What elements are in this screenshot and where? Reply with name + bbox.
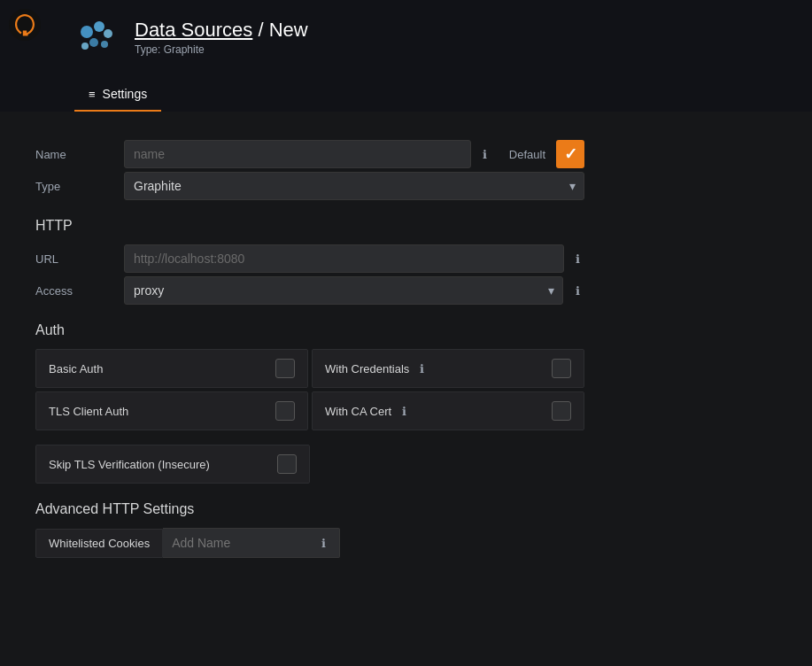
with-credentials-cell: With Credentials ℹ bbox=[312, 349, 584, 388]
grafana-logo[interactable] bbox=[9, 9, 41, 43]
add-name-input[interactable] bbox=[172, 529, 317, 557]
with-credentials-checkbox[interactable] bbox=[552, 359, 571, 378]
whitelisted-cookies-input-wrap: ℹ bbox=[163, 528, 340, 558]
tab-bar: ≡ Settings bbox=[74, 78, 791, 112]
svg-point-3 bbox=[104, 29, 112, 38]
svg-point-1 bbox=[81, 26, 93, 38]
default-section: Default ✓ bbox=[509, 140, 584, 168]
datasources-link[interactable]: Data Sources bbox=[135, 19, 252, 41]
basic-auth-cell: Basic Auth bbox=[35, 349, 308, 388]
page-title: Data Sources / New bbox=[135, 19, 308, 42]
svg-point-5 bbox=[101, 41, 108, 48]
type-select-wrapper: Graphite Prometheus InfluxDB Elasticsear… bbox=[124, 172, 584, 200]
tls-client-auth-label: TLS Client Auth bbox=[49, 405, 128, 418]
settings-tab-label: Settings bbox=[103, 87, 148, 101]
with-credentials-label: With Credentials ℹ bbox=[325, 362, 429, 376]
auth-section-heading: Auth bbox=[35, 322, 584, 338]
with-credentials-info-icon: ℹ bbox=[414, 362, 429, 376]
http-section-heading: HTTP bbox=[35, 218, 584, 234]
url-input[interactable] bbox=[124, 244, 564, 273]
settings-tab-icon: ≡ bbox=[89, 88, 96, 101]
type-row: Type Graphite Prometheus InfluxDB Elasti… bbox=[35, 172, 584, 200]
svg-point-0 bbox=[9, 9, 41, 41]
tls-client-auth-cell: TLS Client Auth bbox=[35, 391, 308, 430]
url-input-wrap: ℹ bbox=[124, 244, 584, 273]
name-info-icon: ℹ bbox=[478, 148, 491, 161]
basic-auth-checkbox[interactable] bbox=[275, 359, 295, 378]
tls-client-auth-checkbox[interactable] bbox=[275, 401, 295, 421]
access-select[interactable]: proxy direct bbox=[124, 276, 563, 305]
datasource-type-subtitle: Type: Graphite bbox=[135, 43, 308, 56]
svg-point-2 bbox=[94, 21, 104, 32]
whitelisted-cookies-row: Whitelisted Cookies ℹ bbox=[35, 528, 584, 558]
default-label: Default bbox=[509, 148, 545, 161]
datasource-icon bbox=[74, 14, 120, 60]
default-checkmark: ✓ bbox=[564, 144, 577, 164]
skip-tls-label: Skip TLS Verification (Insecure) bbox=[49, 458, 210, 471]
url-label: URL bbox=[35, 245, 124, 273]
name-row: Name ℹ Default ✓ bbox=[35, 140, 584, 168]
page-header: Data Sources / New Type: Graphite ≡ Sett… bbox=[0, 0, 812, 112]
skip-tls-checkbox[interactable] bbox=[277, 454, 297, 474]
advanced-section-heading: Advanced HTTP Settings bbox=[35, 501, 584, 517]
name-label: Name bbox=[35, 141, 124, 168]
name-input-wrap: ℹ bbox=[124, 140, 491, 168]
whitelisted-cookies-info-icon: ℹ bbox=[317, 537, 330, 550]
tab-settings[interactable]: ≡ Settings bbox=[74, 78, 161, 112]
auth-grid: Basic Auth With Credentials ℹ TLS Client… bbox=[35, 349, 584, 430]
url-row: URL ℹ bbox=[35, 244, 584, 273]
access-label: Access bbox=[35, 277, 124, 305]
title-separator: / bbox=[258, 19, 268, 41]
svg-point-4 bbox=[89, 38, 98, 47]
header-text: Data Sources / New Type: Graphite bbox=[135, 19, 308, 56]
with-ca-cert-cell: With CA Cert ℹ bbox=[312, 391, 584, 430]
main-content: Name ℹ Default ✓ Type Graphite Prometheu… bbox=[0, 112, 620, 579]
type-select-wrap: Graphite Prometheus InfluxDB Elasticsear… bbox=[124, 172, 584, 200]
access-info-icon: ℹ bbox=[570, 284, 584, 298]
with-ca-cert-info-icon: ℹ bbox=[397, 405, 411, 418]
with-ca-cert-checkbox[interactable] bbox=[552, 401, 571, 421]
access-select-wrapper: proxy direct bbox=[124, 276, 563, 305]
access-select-wrap: proxy direct ℹ bbox=[124, 276, 584, 305]
basic-auth-label: Basic Auth bbox=[49, 362, 103, 376]
url-info-icon: ℹ bbox=[571, 252, 584, 266]
type-select[interactable]: Graphite Prometheus InfluxDB Elasticsear… bbox=[124, 172, 584, 200]
default-checkbox[interactable]: ✓ bbox=[556, 140, 584, 168]
svg-point-6 bbox=[81, 43, 89, 50]
access-row: Access proxy direct ℹ bbox=[35, 276, 584, 305]
skip-tls-row: Skip TLS Verification (Insecure) bbox=[35, 445, 310, 484]
with-ca-cert-label: With CA Cert ℹ bbox=[325, 405, 411, 418]
name-input[interactable] bbox=[124, 140, 471, 168]
type-label: Type bbox=[35, 173, 124, 200]
whitelisted-cookies-label: Whitelisted Cookies bbox=[35, 529, 163, 558]
new-label: New bbox=[269, 19, 308, 41]
